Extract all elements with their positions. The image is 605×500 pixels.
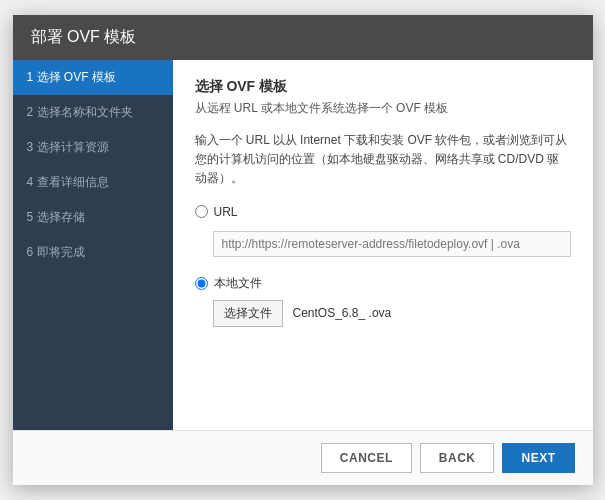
sidebar-item-5[interactable]: 5 选择存储 bbox=[13, 200, 173, 235]
sidebar-item-4[interactable]: 4 查看详细信息 bbox=[13, 165, 173, 200]
cancel-button[interactable]: CANCEL bbox=[321, 443, 412, 473]
local-file-row: 选择文件 CentOS_6.8_ .ova bbox=[213, 300, 571, 327]
sidebar-item-1[interactable]: 1 选择 OVF 模板 bbox=[13, 60, 173, 95]
local-file-label: 本地文件 bbox=[214, 275, 262, 292]
url-radio[interactable] bbox=[195, 205, 208, 218]
sidebar-item-6-label: 6 即将完成 bbox=[27, 245, 85, 259]
local-file-radio[interactable] bbox=[195, 277, 208, 290]
sidebar-item-2-label: 2 选择名称和文件夹 bbox=[27, 105, 133, 119]
section-title: 选择 OVF 模板 bbox=[195, 78, 571, 96]
dialog-footer: CANCEL BACK NEXT bbox=[13, 430, 593, 485]
choose-file-button[interactable]: 选择文件 bbox=[213, 300, 283, 327]
section-subtitle: 从远程 URL 或本地文件系统选择一个 OVF 模板 bbox=[195, 100, 571, 117]
url-radio-label: URL bbox=[214, 205, 238, 219]
file-name: CentOS_6.8_ .ova bbox=[293, 306, 392, 320]
sidebar-item-2[interactable]: 2 选择名称和文件夹 bbox=[13, 95, 173, 130]
main-content: 选择 OVF 模板 从远程 URL 或本地文件系统选择一个 OVF 模板 输入一… bbox=[173, 60, 593, 430]
sidebar-item-3[interactable]: 3 选择计算资源 bbox=[13, 130, 173, 165]
sidebar-item-6[interactable]: 6 即将完成 bbox=[13, 235, 173, 270]
back-button[interactable]: BACK bbox=[420, 443, 495, 473]
sidebar-item-5-label: 5 选择存储 bbox=[27, 210, 85, 224]
deploy-ovf-dialog: 部署 OVF 模板 1 选择 OVF 模板 2 选择名称和文件夹 3 选择计算资… bbox=[13, 15, 593, 485]
sidebar-item-4-label: 4 查看详细信息 bbox=[27, 175, 109, 189]
sidebar-item-3-label: 3 选择计算资源 bbox=[27, 140, 109, 154]
description: 输入一个 URL 以从 Internet 下载和安装 OVF 软件包，或者浏览到… bbox=[195, 131, 571, 189]
sidebar: 1 选择 OVF 模板 2 选择名称和文件夹 3 选择计算资源 4 查看详细信息… bbox=[13, 60, 173, 430]
dialog-header: 部署 OVF 模板 bbox=[13, 15, 593, 60]
url-input[interactable] bbox=[213, 231, 571, 257]
radio-group: URL 本地文件 选择文件 CentOS_6.8_ .ova bbox=[195, 205, 571, 327]
sidebar-item-1-label: 1 选择 OVF 模板 bbox=[27, 70, 116, 84]
local-file-radio-row: 本地文件 bbox=[195, 275, 571, 292]
dialog-title: 部署 OVF 模板 bbox=[31, 28, 137, 45]
dialog-body: 1 选择 OVF 模板 2 选择名称和文件夹 3 选择计算资源 4 查看详细信息… bbox=[13, 60, 593, 430]
next-button[interactable]: NEXT bbox=[502, 443, 574, 473]
url-radio-row: URL bbox=[195, 205, 571, 219]
